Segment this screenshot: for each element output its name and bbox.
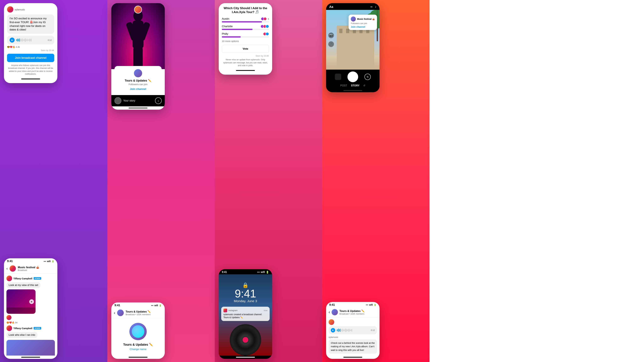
msg-avatar — [332, 309, 338, 315]
instagram-icon — [224, 309, 227, 312]
poll-option-philly: Philly — [222, 32, 269, 37]
home-bar-8 — [344, 357, 362, 358]
mode-refresh[interactable]: ↺ — [363, 84, 365, 87]
music-icon: ♪ — [375, 5, 376, 8]
msg-sender-name: xylamusic — [328, 336, 377, 339]
popup-avatar — [134, 69, 142, 77]
story-label: Your story — [123, 99, 135, 102]
message-bubble: I'm SO excited to announce my first-ever… — [7, 14, 54, 34]
poll-option-austin: Austin 5 — [222, 17, 269, 22]
poll-bar-charlotte — [222, 29, 252, 30]
vinyl-center — [242, 337, 248, 343]
mode-story[interactable]: STORY — [351, 84, 360, 87]
wifi-lock: wifi — [261, 271, 265, 274]
camera-icons: ∞ ♪ — [370, 5, 376, 8]
channel-username: xylamusic — [14, 8, 25, 11]
status-bar-2: 9:41 ▪▪▪ wifi 🔋 — [111, 303, 165, 308]
popup-join-button[interactable]: Join channel — [351, 25, 375, 28]
audio-player[interactable]: ▶ — [7, 36, 54, 44]
camera-mode-selector: POST STORY ↺ — [329, 84, 376, 87]
shutter-button[interactable] — [348, 71, 358, 82]
camera-icon-2[interactable]: 🎵 — [328, 41, 334, 47]
camera-left-controls: 📷 🎵 — [328, 32, 334, 47]
followers-can-join: Followers can join — [351, 22, 375, 24]
broadcast-info: Broadcast • 102K members — [126, 313, 151, 316]
channel-avatar — [117, 310, 124, 316]
audio-reactions: 😎❤️🔥 4.4k — [7, 46, 54, 48]
sender-avatar-2 — [6, 315, 12, 320]
camera-view: Music festival 🎪 Followers can join Join… — [326, 10, 380, 70]
join-description: Anyone who follows xylamusic can join th… — [7, 64, 54, 77]
status-time: 9:41 — [7, 260, 13, 263]
channel-icon-large — [130, 323, 147, 340]
signal-2: ▪▪▪ — [151, 304, 154, 307]
play-button[interactable]: ▶ — [10, 37, 14, 42]
audio-message[interactable]: ▶ — [328, 326, 377, 334]
vinyl-record — [230, 324, 261, 356]
image-message: ➤ — [6, 289, 36, 314]
audio-play-btn[interactable]: ▶ — [331, 328, 335, 333]
popup-subtitle: Followers can join — [118, 83, 158, 86]
building — [337, 26, 374, 70]
vote-button[interactable]: Vote — [222, 45, 269, 53]
message-body: Check out a behind the scenes look at th… — [331, 342, 375, 351]
notif-app-name: Instagram — [228, 309, 238, 312]
lock-screen-phone: 9:41 ▪▪▪ wifi 🔋 🔒 9:41 Monday, June 3 — [219, 269, 272, 359]
music-festival-title: Music festival 🎪 — [357, 18, 375, 20]
signal-3: ▪▪▪ — [366, 304, 368, 306]
back-btn-3[interactable]: ‹ — [328, 310, 330, 315]
story-user-info: Your story — [114, 97, 135, 104]
city-charlotte: Charlotte — [222, 25, 233, 28]
gallery-thumbnail[interactable] — [335, 74, 341, 80]
audio-waveform-long — [337, 328, 369, 332]
chat-header: ‹ Music festival 🎪 Broadcast — [4, 264, 58, 274]
signal-lock: ▪▪▪ — [257, 271, 260, 274]
popup-title: Tours & Updates ✏️ — [118, 79, 158, 82]
lock-screen-view: 🔒 9:41 Monday, June 3 Instagram now xyla… — [219, 274, 272, 356]
home-bar-3 — [128, 108, 148, 108]
poll-footer: Never miss an update from xylamusic. Onl… — [222, 58, 269, 69]
mode-post[interactable]: POST — [340, 84, 347, 87]
flip-camera-button[interactable]: ↻ — [364, 74, 371, 80]
join-channel-button[interactable]: Join channel — [118, 87, 158, 91]
popup-icon — [351, 16, 356, 21]
status-bar: 9:41 ▪▪▪ wifi 🔋 — [4, 258, 58, 264]
home-bar-6 — [236, 357, 255, 358]
back-button[interactable]: ‹ — [6, 266, 8, 271]
msg-content: ▶ — [326, 317, 380, 356]
seen-note: Seen by 23.8K — [222, 55, 269, 57]
message-text-2: Look who else I ran into — [6, 332, 38, 338]
camera-phone: Aa ∞ ♪ — [326, 3, 380, 92]
audio-duration: 0:12 — [48, 39, 52, 41]
home-bar — [21, 78, 40, 79]
popup-header: Music festival 🎪 — [351, 16, 375, 21]
seen-by: Seen by 20.4K — [7, 49, 54, 51]
voter-avatar-7 — [266, 32, 269, 36]
story-next-button[interactable]: › — [155, 97, 162, 104]
msg-chat-header: ‹ Tours & Updates ✏️ Broadcast • 102K me… — [326, 307, 380, 317]
battery-3: 🔋 — [374, 304, 376, 306]
camera-icon-1[interactable]: 📷 — [328, 32, 334, 38]
performer-silhouette — [126, 9, 150, 69]
admin-badge: ADMIN — [34, 277, 41, 280]
lock-status-bar: 9:41 ▪▪▪ wifi 🔋 — [219, 269, 272, 274]
channel-popup: Tours & Updates ✏️ Followers can join Jo… — [114, 66, 162, 94]
camera-aa-label: Aa — [329, 5, 333, 9]
voter-avatar-2 — [263, 17, 267, 20]
avatar — [7, 6, 13, 12]
concert-image — [111, 3, 165, 69]
vote-count-austin: 5 — [268, 17, 269, 20]
join-broadcast-button[interactable]: Join broadcast channel — [7, 54, 54, 62]
sender-avatar — [6, 276, 12, 281]
svg-rect-5 — [138, 47, 143, 69]
message-text: I'm SO excited to announce my first-ever… — [10, 17, 47, 31]
poll-bar-philly — [222, 36, 241, 37]
story-bar: Your story › — [111, 95, 165, 106]
back-btn-2[interactable]: ‹ — [114, 311, 115, 315]
partial-image — [6, 340, 55, 356]
signal-icon: ▪▪▪ — [44, 260, 46, 263]
change-name-button[interactable]: Change name — [111, 348, 165, 356]
sender-row — [328, 319, 377, 325]
share-button[interactable]: ➤ — [29, 299, 34, 304]
audio-dur: 0:12 — [371, 329, 375, 331]
